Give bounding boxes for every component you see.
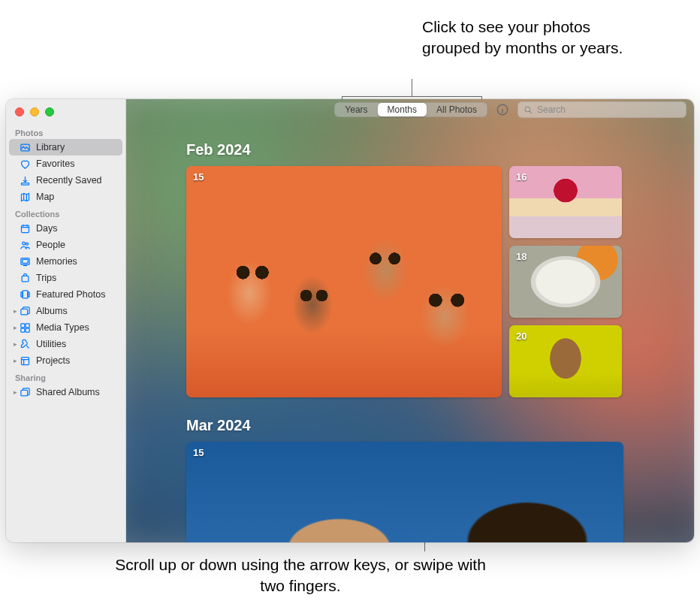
sidebar-item-label: People — [36, 240, 65, 250]
callout-bottom: Scroll up or down using the arrow keys, … — [105, 554, 496, 596]
svg-rect-2 — [21, 225, 29, 232]
search-input[interactable] — [537, 104, 680, 115]
sidebar-item-label: Projects — [36, 355, 70, 366]
sidebar-item-projects[interactable]: ▸ Projects — [9, 352, 122, 369]
day-badge: 15 — [193, 447, 204, 458]
svg-rect-12 — [20, 323, 24, 327]
segment-years[interactable]: Years — [335, 103, 377, 116]
people-icon — [19, 239, 31, 251]
svg-point-19 — [525, 107, 530, 112]
map-icon — [19, 191, 31, 203]
sidebar-item-label: Map — [36, 192, 54, 202]
memories-icon — [19, 255, 31, 267]
chevron-right-icon: ▸ — [12, 307, 18, 315]
segment-all-photos[interactable]: All Photos — [427, 103, 487, 116]
sidebar-item-days[interactable]: Days — [9, 220, 122, 237]
search-icon — [523, 105, 533, 115]
toolbar: Years Months All Photos — [126, 99, 694, 120]
sidebar-item-label: Favorites — [36, 159, 74, 169]
svg-rect-11 — [20, 309, 27, 315]
sidebar-item-label: Days — [36, 223, 57, 234]
sidebar-item-label: Media Types — [36, 322, 89, 333]
sidebar-item-trips[interactable]: Trips — [9, 270, 122, 286]
shared-icon — [19, 386, 31, 398]
callout-top: Click to see your photos grouped by mont… — [422, 17, 625, 58]
photo-tile[interactable]: 16 — [509, 166, 622, 238]
svg-rect-6 — [22, 259, 28, 263]
svg-point-4 — [26, 243, 28, 245]
sidebar-item-label: Library — [36, 142, 65, 152]
sidebar-section-photos: Photos — [6, 124, 125, 139]
sidebar-item-label: Recently Saved — [36, 175, 102, 186]
month-grid: 15 16 18 20 — [186, 166, 634, 397]
photo-tile[interactable]: 15 — [186, 166, 502, 397]
sidebar-item-label: Shared Albums — [36, 387, 100, 397]
sidebar-item-people[interactable]: People — [9, 237, 122, 253]
main-content: Years Months All Photos Feb 2024 15 — [126, 99, 694, 542]
view-segmented-control: Years Months All Photos — [334, 102, 487, 117]
chevron-right-icon: ▸ — [12, 324, 18, 331]
photo-tile[interactable]: 15 — [186, 442, 623, 542]
library-icon — [19, 141, 31, 153]
sidebar-item-library[interactable]: Library — [9, 139, 122, 156]
sidebar-item-featured[interactable]: Featured Photos — [9, 286, 122, 303]
photo-tile[interactable]: 18 — [509, 246, 622, 318]
download-icon — [19, 174, 31, 186]
segment-months[interactable]: Months — [378, 103, 427, 116]
svg-rect-16 — [21, 357, 29, 364]
sidebar-section-collections: Collections — [6, 205, 125, 220]
svg-point-3 — [22, 242, 25, 245]
calendar-icon — [19, 222, 31, 234]
trips-icon — [19, 272, 31, 284]
day-badge: 20 — [516, 331, 527, 342]
featured-icon — [19, 288, 31, 300]
svg-rect-1 — [21, 183, 29, 185]
sidebar-item-albums[interactable]: ▸ Albums — [9, 303, 122, 319]
day-badge: 18 — [516, 251, 527, 262]
photo-tile[interactable]: 20 — [509, 325, 622, 397]
svg-rect-14 — [20, 328, 24, 332]
sidebar-item-label: Utilities — [36, 339, 66, 349]
svg-rect-7 — [22, 276, 29, 282]
sidebar-item-map[interactable]: Map — [9, 189, 122, 205]
media-icon — [19, 322, 31, 334]
projects-icon — [19, 355, 31, 367]
sidebar-item-label: Memories — [36, 256, 77, 267]
sidebar-item-shared-albums[interactable]: ▸ Shared Albums — [9, 384, 122, 400]
search-field[interactable] — [517, 101, 686, 118]
sidebar-item-favorites[interactable]: Favorites — [9, 156, 122, 172]
chevron-right-icon: ▸ — [12, 388, 18, 396]
svg-rect-13 — [26, 323, 29, 327]
chevron-right-icon: ▸ — [12, 357, 18, 364]
minimize-button[interactable] — [30, 107, 39, 116]
utilities-icon — [19, 338, 31, 350]
callout-line — [412, 79, 412, 96]
svg-rect-15 — [26, 328, 29, 332]
sidebar-item-memories[interactable]: Memories — [9, 253, 122, 270]
svg-rect-17 — [20, 390, 27, 396]
day-badge: 15 — [193, 171, 204, 183]
month-title[interactable]: Mar 2024 — [186, 417, 634, 434]
sidebar: Photos Library Favorites Recently Saved … — [6, 99, 126, 542]
sidebar-item-label: Trips — [36, 273, 56, 283]
window-controls — [6, 105, 125, 124]
day-badge: 16 — [516, 171, 527, 183]
callout-line — [342, 96, 481, 97]
chevron-right-icon: ▸ — [12, 340, 18, 348]
month-block: Mar 2024 15 — [186, 417, 634, 542]
sidebar-item-recently-saved[interactable]: Recently Saved — [9, 172, 122, 189]
month-title[interactable]: Feb 2024 — [186, 141, 634, 159]
sidebar-item-utilities[interactable]: ▸ Utilities — [9, 336, 122, 352]
heart-icon — [19, 158, 31, 170]
info-button[interactable] — [495, 102, 510, 117]
month-block: Feb 2024 15 16 18 20 — [186, 141, 634, 397]
sidebar-section-sharing: Sharing — [6, 369, 125, 384]
sidebar-item-label: Albums — [36, 306, 68, 316]
sidebar-item-media-types[interactable]: ▸ Media Types — [9, 319, 122, 336]
sidebar-item-label: Featured Photos — [36, 289, 105, 300]
zoom-button[interactable] — [45, 107, 54, 116]
photos-window: Photos Library Favorites Recently Saved … — [6, 99, 694, 542]
photo-grid-scroll[interactable]: Feb 2024 15 16 18 20 Ma — [126, 120, 694, 542]
close-button[interactable] — [15, 107, 24, 116]
albums-icon — [19, 305, 31, 317]
